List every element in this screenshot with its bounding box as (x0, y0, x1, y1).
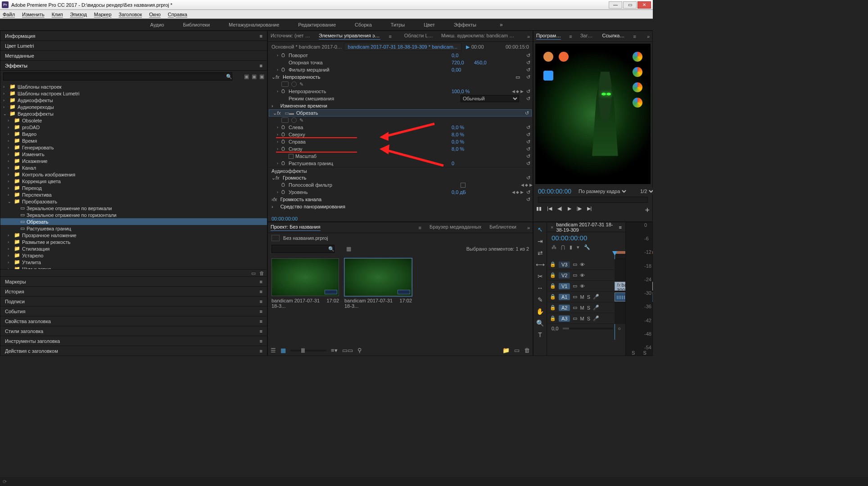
icon-view-icon[interactable]: ▦ (280, 347, 286, 354)
resolution-select[interactable]: 1/2 (638, 188, 653, 194)
zoom-scrollbar[interactable] (563, 328, 613, 329)
menu-clip[interactable]: Клип (52, 12, 63, 17)
fx-folder[interactable]: ›📁Утилита (0, 259, 267, 266)
fx-folder[interactable]: ›📁Шум и зерно (0, 266, 267, 269)
close-button[interactable]: ✕ (637, 1, 651, 9)
level-label[interactable]: Уровень (287, 189, 452, 195)
metadata-tab[interactable]: Метаданные (0, 51, 267, 61)
fx-folder[interactable]: ›📁Канал (0, 164, 267, 171)
accordion-подписи[interactable]: Подписи≡ (0, 296, 267, 306)
track-select-tool-icon[interactable]: ⇥ (538, 238, 543, 245)
ws-assembly[interactable]: Сборка (352, 21, 375, 28)
anchor-x[interactable]: 720,0 (452, 60, 474, 65)
media-browser-tab[interactable]: Браузер медиаданных (429, 224, 481, 231)
ws-overflow[interactable]: » (497, 21, 506, 29)
crop-right-label[interactable]: Справа (287, 139, 452, 144)
project-search-input[interactable] (271, 245, 335, 253)
zoom-tool-icon[interactable]: 🔍 (536, 320, 544, 327)
overflow-icon[interactable]: » (527, 34, 530, 39)
fx-folder[interactable]: ›📁Аудиоэффекты (0, 97, 267, 104)
find-icon[interactable]: ⚲ (357, 347, 362, 354)
flicker-value[interactable]: 0,00 (452, 67, 497, 72)
crop-top-label[interactable]: Сверху (287, 132, 452, 137)
add-button-icon[interactable]: + (645, 206, 650, 215)
rolling-tool-icon[interactable]: ⟷ (536, 261, 545, 268)
crop-fx[interactable]: Обрезать (295, 110, 522, 116)
selection-tool-icon[interactable]: ↖ (538, 226, 543, 233)
crop-top-value[interactable]: 8,0 % (452, 132, 497, 137)
minimize-button[interactable]: — (609, 1, 622, 9)
track-a1-label[interactable]: A1 (559, 294, 570, 300)
program-in-timecode[interactable]: 00:00:00:00 (538, 188, 571, 195)
menu-help[interactable]: Справка (168, 12, 187, 17)
timeline-opt-icon[interactable]: ○ (618, 326, 621, 331)
bypass-label[interactable]: Полосовой фильтр (287, 182, 461, 188)
eye-icon[interactable]: 👁 (580, 262, 585, 267)
delete-icon[interactable]: 🗑 (259, 270, 264, 275)
fx-folder[interactable]: ›📁Перспектива (0, 191, 267, 198)
fx-preset[interactable]: ▭Зеркальное отражение по горизонтали (0, 212, 267, 218)
fx-folder[interactable]: ›📁Obsolete (0, 117, 267, 124)
fx-preset[interactable]: ▭Растушевка границ (0, 225, 267, 232)
settings-icon[interactable]: ▾ (577, 244, 579, 250)
marker-icon[interactable]: ▮ (570, 244, 572, 250)
track-v3-label[interactable]: V3 (559, 261, 570, 268)
link-icon[interactable]: ⋂ (561, 244, 565, 250)
new-item-icon[interactable]: ▭ (514, 347, 520, 354)
project-item[interactable]: bandicam 2017-07-31 18-3...17:02 (344, 258, 412, 309)
ws-libraries[interactable]: Библиотеки (180, 21, 212, 28)
fx-folder[interactable]: ›📁Коррекция цвета (0, 178, 267, 184)
fx-folder[interactable]: ›📁Время (0, 137, 267, 144)
ws-metalogging[interactable]: Метажурналирование (226, 21, 282, 28)
accordion-события[interactable]: События≡ (0, 306, 267, 316)
ws-titles[interactable]: Титры (388, 21, 407, 28)
menu-title[interactable]: Заголовок (119, 12, 142, 17)
ws-effects[interactable]: Эффекты (451, 21, 479, 28)
track-a2-label[interactable]: A2 (559, 305, 570, 311)
panner-fx[interactable]: Средство панорамирования (280, 204, 533, 209)
accordion-маркеры[interactable]: Маркеры≡ (0, 276, 267, 286)
auto-seq-icon[interactable]: ▭▭ (342, 347, 353, 354)
menu-file[interactable]: Файл (3, 12, 15, 17)
effects-search-input[interactable] (3, 72, 232, 81)
fx-folder[interactable]: ›📁Стилизация (0, 245, 267, 252)
fx-folder[interactable]: ›📁Размытие и резкость (0, 238, 267, 245)
program-tab[interactable]: Программа: bandicam 2017-07-31 18-38-19-… (536, 33, 561, 40)
effects-tree[interactable]: ›📁Шаблоны настроек›📁Шаблоны настроек Lum… (0, 82, 267, 269)
feather-value[interactable]: 0 (452, 161, 497, 166)
accordion-история[interactable]: История≡ (0, 286, 267, 296)
track-v1-label[interactable]: V1 (559, 283, 570, 289)
ws-editing[interactable]: Редактирование (295, 21, 339, 28)
crop-scale-label[interactable]: Масштаб (287, 153, 497, 159)
accordion-действия-с-заголовком[interactable]: Действия с заголовком≡ (0, 346, 267, 356)
fx-folder[interactable]: ›📁Контроль изображения (0, 171, 267, 178)
opacity-value[interactable]: 100,0 % (452, 89, 497, 94)
rotation-label[interactable]: Поворот (287, 53, 452, 58)
panel-menu-icon[interactable]: ≡ (569, 34, 572, 39)
fx-folder[interactable]: ›📁Искажение (0, 158, 267, 164)
item-thumbnail[interactable] (271, 258, 339, 296)
crop-left-value[interactable]: 0,0 % (452, 125, 497, 130)
track-v2-lane[interactable] (615, 270, 625, 280)
reference-tab[interactable]: Ссылка: bandicam 2017-07-31 18-38-19-309 (602, 33, 625, 40)
opacity-fx[interactable]: Непрозрачность (282, 74, 515, 80)
volume-fx[interactable]: Громкость (282, 175, 524, 180)
pen-tool-icon[interactable]: ✎ (538, 296, 543, 303)
fx-folder[interactable]: ›📁Генерировать (0, 144, 267, 151)
type-tool-icon[interactable]: T (538, 331, 542, 338)
libraries-tab[interactable]: Библиотеки (489, 224, 516, 231)
slip-tool-icon[interactable]: ↔ (537, 284, 543, 292)
filter-icon[interactable]: ▦ (346, 246, 351, 252)
item-thumbnail[interactable] (344, 258, 412, 296)
mask-ellipse-icon[interactable] (281, 81, 289, 87)
audio-mixer-tab[interactable]: Микш. аудиоклипа: bandicam 2017-07-31 1 (441, 33, 516, 40)
anchor-y[interactable]: 450,0 (474, 60, 497, 65)
play-icon[interactable]: ▶ (568, 206, 571, 215)
track-a1-lane[interactable] (615, 292, 625, 302)
crop-left-label[interactable]: Слева (287, 125, 452, 130)
menu-marker[interactable]: Маркер (94, 12, 112, 17)
accordion-свойства-заголовка[interactable]: Свойства заголовка≡ (0, 316, 267, 326)
ws-audio[interactable]: Аудио (147, 21, 167, 28)
time-remap-label[interactable]: Изменение времени (280, 103, 533, 108)
ripple-tool-icon[interactable]: ⇄ (538, 249, 543, 256)
